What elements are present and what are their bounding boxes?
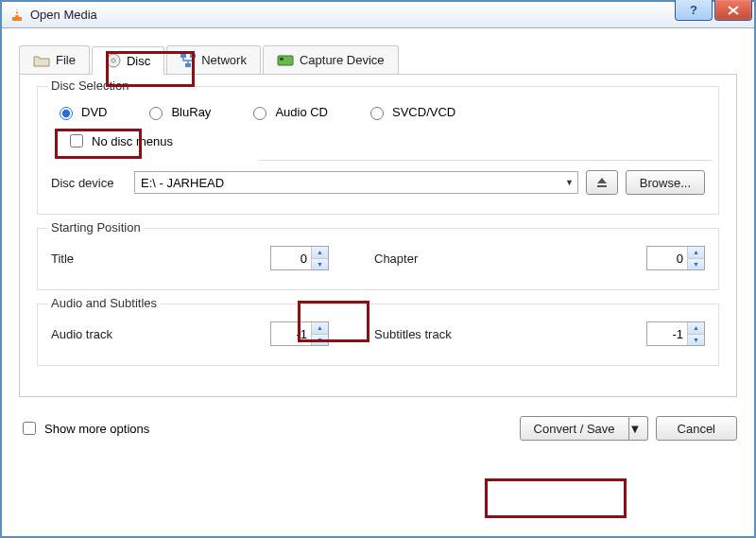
audio-subtitles-group: Audio and Subtitles Audio track ▲▼ Subti… (37, 304, 719, 366)
tab-file[interactable]: File (19, 45, 90, 74)
chevron-down-icon: ▼ (629, 422, 642, 436)
audio-subtitles-legend: Audio and Subtitles (47, 296, 161, 310)
starting-position-legend: Starting Position (47, 220, 145, 234)
convert-save-dropdown[interactable]: ▼ (629, 416, 648, 441)
folder-icon (33, 54, 50, 67)
spin-down-icon[interactable]: ▼ (688, 334, 704, 346)
dialog-footer: Show more options Convert / Save ▼ Cance… (2, 408, 754, 454)
svg-rect-1 (15, 10, 19, 11)
radio-bluray[interactable]: BluRay (145, 104, 211, 120)
chapter-spinner[interactable]: ▲▼ (646, 246, 705, 270)
tabs: File Disc Network Capture Device (19, 45, 737, 75)
tab-capture-label: Capture Device (300, 53, 385, 67)
tab-file-label: File (56, 53, 76, 67)
radio-bluray-input[interactable] (149, 107, 163, 120)
radio-audiocd-input[interactable] (253, 107, 266, 120)
disc-device-value: E:\ - JARHEAD (141, 176, 224, 190)
radio-audiocd[interactable]: Audio CD (249, 104, 328, 120)
tab-capture[interactable]: Capture Device (263, 45, 399, 74)
chapter-label: Chapter (346, 252, 629, 266)
title-input[interactable] (271, 247, 311, 269)
svg-point-4 (112, 59, 115, 62)
tab-panel-disc: Disc Selection DVD BluRay Audio CD (19, 75, 737, 397)
capture-icon (277, 54, 294, 67)
title-label: Title (51, 252, 270, 266)
svg-rect-6 (190, 54, 196, 58)
tab-disc-label: Disc (127, 54, 150, 68)
browse-label: Browse... (640, 176, 691, 190)
spin-down-icon[interactable]: ▼ (688, 258, 704, 270)
title-spinner[interactable]: ▲▼ (270, 246, 329, 270)
cancel-label: Cancel (678, 422, 715, 436)
radio-bluray-label: BluRay (171, 105, 211, 119)
tab-network-label: Network (201, 53, 247, 67)
convert-save-button[interactable]: Convert / Save (520, 416, 629, 441)
subtitles-track-spinner[interactable]: ▲▼ (646, 321, 705, 346)
help-button[interactable]: ? (675, 0, 713, 21)
subtitles-track-input[interactable] (647, 322, 687, 345)
disc-icon (106, 53, 121, 68)
disc-device-label: Disc device (51, 176, 127, 190)
disc-selection-legend: Disc Selection (47, 78, 132, 93)
eject-icon (595, 176, 609, 189)
radio-dvd-label: DVD (81, 105, 107, 119)
show-more-options-checkbox[interactable] (23, 422, 36, 435)
svg-rect-9 (280, 58, 284, 61)
spin-up-icon[interactable]: ▲ (688, 247, 704, 258)
no-disc-menus-label: No disc menus (92, 134, 173, 148)
convert-save-label: Convert / Save (534, 422, 615, 436)
radio-dvd[interactable]: DVD (55, 104, 107, 120)
svg-rect-10 (597, 185, 607, 187)
chevron-down-icon: ▼ (565, 178, 574, 187)
audio-track-spinner[interactable]: ▲▼ (270, 321, 329, 346)
svg-rect-0 (12, 17, 22, 21)
spin-up-icon[interactable]: ▲ (688, 322, 704, 334)
vlc-icon (9, 8, 25, 23)
open-media-dialog: Open Media ? File Disc Network (0, 0, 756, 538)
titlebar: Open Media ? (2, 2, 754, 28)
close-button[interactable] (714, 0, 752, 21)
show-more-options-label: Show more options (44, 422, 149, 436)
eject-button[interactable] (586, 170, 618, 195)
tab-disc[interactable]: Disc (92, 46, 164, 75)
divider (259, 160, 713, 161)
radio-dvd-input[interactable] (60, 107, 73, 120)
radio-svcd-label: SVCD/VCD (392, 105, 455, 119)
cancel-button[interactable]: Cancel (656, 416, 737, 441)
window-title: Open Media (30, 8, 97, 22)
disc-device-select[interactable]: E:\ - JARHEAD ▼ (134, 171, 578, 194)
browse-button[interactable]: Browse... (626, 170, 705, 195)
network-icon (180, 54, 196, 67)
tab-network[interactable]: Network (166, 45, 261, 74)
disc-selection-group: Disc Selection DVD BluRay Audio CD (37, 86, 719, 215)
radio-audiocd-label: Audio CD (275, 105, 328, 119)
radio-svcd[interactable]: SVCD/VCD (366, 104, 455, 120)
radio-svcd-input[interactable] (370, 107, 384, 120)
chapter-input[interactable] (647, 247, 687, 269)
convert-save-splitbutton[interactable]: Convert / Save ▼ (520, 416, 648, 441)
no-disc-menus[interactable]: No disc menus (66, 131, 705, 150)
spin-up-icon[interactable]: ▲ (312, 247, 328, 258)
spin-up-icon[interactable]: ▲ (312, 322, 328, 334)
spin-down-icon[interactable]: ▼ (312, 334, 328, 346)
highlight-box (485, 478, 627, 518)
svg-rect-7 (185, 63, 191, 67)
no-disc-menus-checkbox[interactable] (70, 134, 83, 148)
svg-rect-5 (180, 54, 186, 58)
audio-track-label: Audio track (51, 327, 270, 341)
starting-position-group: Starting Position Title ▲▼ Chapter ▲▼ (37, 228, 719, 290)
subtitles-track-label: Subtitles track (346, 327, 629, 341)
spin-down-icon[interactable]: ▼ (312, 258, 328, 270)
show-more-options[interactable]: Show more options (19, 419, 149, 438)
audio-track-input[interactable] (271, 322, 311, 345)
svg-rect-2 (15, 13, 20, 14)
